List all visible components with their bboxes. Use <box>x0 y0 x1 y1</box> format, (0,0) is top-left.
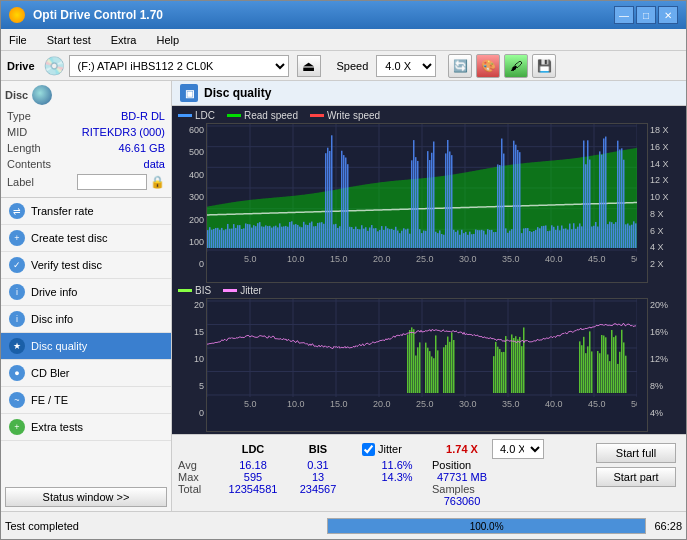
cd-bler-icon: ● <box>9 365 25 381</box>
stats-speed-display: 1.74 X <box>432 439 492 459</box>
sidebar: Disc Type BD-R DL MID RITEKDR3 (000) Len… <box>1 81 172 511</box>
main-content: ▣ Disc quality LDC Read speed <box>172 81 686 511</box>
main-area: Disc Type BD-R DL MID RITEKDR3 (000) Len… <box>1 81 686 511</box>
sidebar-item-disc-quality[interactable]: ★ Disc quality <box>1 333 171 360</box>
avg-label: Avg <box>178 459 218 471</box>
stats-table: LDC BIS Jitter 1.74 <box>178 439 544 507</box>
disc-contents-value: data <box>67 157 165 171</box>
chart1-y-labels-left: 6005004003002001000 <box>174 123 206 283</box>
sidebar-item-disc-info-label: Disc info <box>31 313 73 325</box>
sidebar-item-create-test-disc-label: Create test disc <box>31 232 107 244</box>
sidebar-item-disc-quality-label: Disc quality <box>31 340 87 352</box>
close-button[interactable]: ✕ <box>658 6 678 24</box>
save-button[interactable]: 💾 <box>532 54 556 78</box>
label-lock-icon[interactable]: 🔒 <box>150 175 165 189</box>
stats-jitter-header: Jitter <box>378 443 402 455</box>
menu-file[interactable]: File <box>5 33 31 47</box>
samples-value: 763060 <box>432 495 492 507</box>
sidebar-item-extra-tests-label: Extra tests <box>31 421 83 433</box>
bis-max: 13 <box>288 471 348 483</box>
chart1-area: 6005004003002001000 18 X16 X14 X12 X10 X… <box>174 123 684 283</box>
position-value: 47731 MB <box>432 471 492 483</box>
speed-combo[interactable]: 4.0 X <box>492 439 544 459</box>
total-label: Total <box>178 483 218 495</box>
refresh-button[interactable]: 🔄 <box>448 54 472 78</box>
nav-items: ⇌ Transfer rate + Create test disc ✓ Ver… <box>1 198 171 483</box>
menu-bar: File Start test Extra Help <box>1 29 686 51</box>
start-full-button[interactable]: Start full <box>596 443 676 463</box>
sidebar-item-cd-bler[interactable]: ● CD Bler <box>1 360 171 387</box>
status-window-button[interactable]: Status window >> <box>5 487 167 507</box>
color1-button[interactable]: 🎨 <box>476 54 500 78</box>
disc-info-panel: Disc Type BD-R DL MID RITEKDR3 (000) Len… <box>1 81 171 198</box>
title-bar: Opti Drive Control 1.70 — □ ✕ <box>1 1 686 29</box>
create-test-disc-icon: + <box>9 230 25 246</box>
stats-left: LDC BIS Jitter 1.74 <box>178 439 576 507</box>
chart1-legend: LDC Read speed Write speed <box>174 108 684 123</box>
menu-extra[interactable]: Extra <box>107 33 141 47</box>
sidebar-item-disc-info[interactable]: i Disc info <box>1 306 171 333</box>
charts-container: LDC Read speed Write speed 6005004003002… <box>172 106 686 434</box>
legend-read-speed: Read speed <box>227 110 298 121</box>
extra-tests-icon: + <box>9 419 25 435</box>
disc-heading: Disc <box>5 89 28 101</box>
position-label: Position <box>432 459 492 471</box>
speed-select[interactable]: 4.0 X <box>376 55 436 77</box>
disc-details-table: Type BD-R DL MID RITEKDR3 (000) Length 4… <box>5 107 167 193</box>
jitter-check-cell: Jitter <box>362 439 432 459</box>
drive-action-icons: 🔄 🎨 🖌 💾 <box>448 54 556 78</box>
disc-contents-label: Contents <box>7 157 65 171</box>
sidebar-item-verify-test-disc-label: Verify test disc <box>31 259 102 271</box>
drive-bar: Drive 💿 (F:) ATAPI iHBS112 2 CL0K ⏏ Spee… <box>1 51 686 81</box>
disc-quality-header-icon: ▣ <box>180 84 198 102</box>
maximize-button[interactable]: □ <box>636 6 656 24</box>
ldc-color <box>178 114 192 117</box>
disc-label-input[interactable] <box>77 174 147 190</box>
sidebar-item-drive-info[interactable]: i Drive info <box>1 279 171 306</box>
sidebar-item-fe-te[interactable]: ~ FE / TE <box>1 387 171 414</box>
sidebar-item-create-test-disc[interactable]: + Create test disc <box>1 225 171 252</box>
bis-avg: 0.31 <box>288 459 348 471</box>
disc-quality-icon: ★ <box>9 338 25 354</box>
status-text: Test completed <box>5 520 323 532</box>
start-part-button[interactable]: Start part <box>596 467 676 487</box>
drive-select[interactable]: (F:) ATAPI iHBS112 2 CL0K <box>69 55 289 77</box>
jitter-checkbox[interactable] <box>362 443 375 456</box>
drive-info-icon: i <box>9 284 25 300</box>
write-speed-color <box>310 114 324 117</box>
chart1-canvas-area <box>206 123 648 283</box>
chart1-y-labels-right: 18 X16 X14 X12 X10 X8 X6 X4 X2 X <box>648 123 684 283</box>
sidebar-item-transfer-rate-label: Transfer rate <box>31 205 94 217</box>
chart2-y-labels-right: 20%16%12%8%4% <box>648 298 684 432</box>
disc-contents-row: Contents data <box>7 157 165 171</box>
color2-button[interactable]: 🖌 <box>504 54 528 78</box>
minimize-button[interactable]: — <box>614 6 634 24</box>
disc-quality-title: Disc quality <box>204 86 271 100</box>
legend-write-speed: Write speed <box>310 110 380 121</box>
sidebar-item-cd-bler-label: CD Bler <box>31 367 70 379</box>
main-window: Opti Drive Control 1.70 — □ ✕ File Start… <box>0 0 687 540</box>
menu-help[interactable]: Help <box>152 33 183 47</box>
legend-jitter: Jitter <box>223 285 262 296</box>
stats-area: LDC BIS Jitter 1.74 <box>172 434 686 511</box>
status-bar: Test completed 100.0% 66:28 <box>1 511 686 539</box>
sidebar-item-transfer-rate[interactable]: ⇌ Transfer rate <box>1 198 171 225</box>
disc-type-value: BD-R DL <box>67 109 165 123</box>
disc-mid-label: MID <box>7 125 65 139</box>
menu-start-test[interactable]: Start test <box>43 33 95 47</box>
disc-mid-row: MID RITEKDR3 (000) <box>7 125 165 139</box>
sidebar-item-verify-test-disc[interactable]: ✓ Verify test disc <box>1 252 171 279</box>
read-speed-color <box>227 114 241 117</box>
disc-info-icon: i <box>9 311 25 327</box>
progress-text: 100.0% <box>328 519 646 535</box>
transfer-rate-icon: ⇌ <box>9 203 25 219</box>
disc-type-row: Type BD-R DL <box>7 109 165 123</box>
start-buttons: Start full Start part <box>592 439 680 491</box>
disc-mid-value: RITEKDR3 (000) <box>67 125 165 139</box>
speed-label: Speed <box>337 60 369 72</box>
sidebar-item-extra-tests[interactable]: + Extra tests <box>1 414 171 441</box>
eject-button[interactable]: ⏏ <box>297 55 321 77</box>
chart2-area: 20151050 20%16%12%8%4% <box>174 298 684 432</box>
window-controls: — □ ✕ <box>614 6 678 24</box>
disc-quality-header: ▣ Disc quality <box>172 81 686 106</box>
